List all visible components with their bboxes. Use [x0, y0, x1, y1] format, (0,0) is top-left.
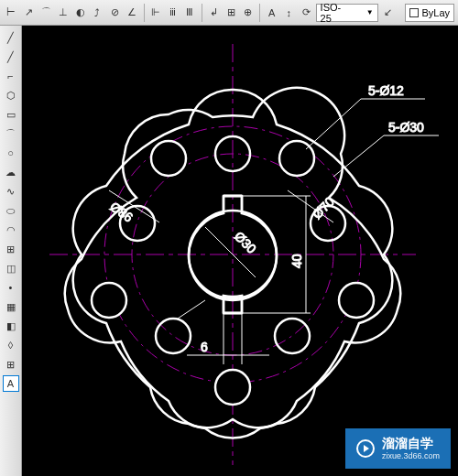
watermark-sub: zixue.3d66.com — [382, 451, 440, 461]
layer-color-dropdown[interactable]: ByLay — [405, 4, 455, 22]
color-swatch-icon — [409, 8, 419, 17]
watermark-main: 溜溜自学 — [382, 436, 440, 451]
xline-icon[interactable]: ╱ — [3, 49, 19, 65]
arc-icon[interactable]: ⌒ — [3, 125, 19, 142]
tolerance-icon[interactable]: ⊞ — [224, 5, 239, 21]
insert-icon[interactable]: ⊞ — [3, 241, 19, 257]
mtext-icon[interactable]: A — [3, 375, 19, 392]
chevron-down-icon: ▼ — [366, 8, 374, 16]
svg-point-19 — [339, 283, 374, 318]
dimensions: 5-Ø12 5-Ø30 Ø70 Ø86 Ø30 40 6 — [107, 83, 439, 364]
center-mark-icon[interactable]: ⊕ — [240, 5, 256, 21]
svg-point-20 — [215, 370, 250, 405]
svg-point-18 — [92, 283, 126, 318]
dim-aligned-icon[interactable]: ↗ — [21, 5, 37, 21]
dim-d86: Ø86 — [107, 199, 136, 224]
dim-arc-icon[interactable]: ⌒ — [38, 5, 54, 21]
dim-d30: Ø30 — [232, 229, 259, 256]
dim-5d30: 5-Ø30 — [388, 120, 424, 135]
dim-style-dropdown[interactable]: ISO-25 ▼ — [316, 4, 378, 22]
dim-linear-icon[interactable]: ⊢ — [4, 5, 19, 21]
rectangle-icon[interactable]: ▭ — [3, 106, 19, 123]
drawing-canvas[interactable]: 5-Ø12 5-Ø30 Ø70 Ø86 Ø30 40 6 — [22, 26, 458, 476]
svg-point-14 — [156, 319, 191, 353]
baseline-icon[interactable]: ⅲ — [165, 5, 180, 21]
leader-icon[interactable]: ↲ — [206, 5, 222, 21]
dim-6: 6 — [201, 340, 208, 354]
dim-style-icon[interactable]: ↙ — [380, 5, 396, 21]
dim-angular-icon[interactable]: ∠ — [125, 5, 140, 21]
revcloud-icon[interactable]: ☁ — [3, 164, 19, 180]
dim-d70: Ø70 — [310, 194, 337, 222]
polygon-icon[interactable]: ⬡ — [3, 87, 19, 103]
dim-edit-icon[interactable]: A — [264, 5, 279, 21]
dim-update-icon[interactable]: ⟳ — [299, 5, 314, 21]
dim-diameter-icon[interactable]: ⊘ — [107, 5, 123, 21]
svg-point-16 — [151, 141, 186, 176]
circle-icon[interactable]: ○ — [3, 145, 19, 161]
dim-tedit-icon[interactable]: ↕ — [281, 5, 297, 21]
cad-drawing: 5-Ø12 5-Ø30 Ø70 Ø86 Ø30 40 6 — [22, 26, 458, 476]
play-icon — [356, 439, 375, 458]
dim-5d12: 5-Ø12 — [368, 83, 404, 98]
dim-radius-icon[interactable]: ◐ — [72, 5, 88, 21]
region-icon[interactable]: ◊ — [3, 337, 19, 353]
line-icon[interactable]: ╱ — [3, 29, 19, 46]
ellipse-icon[interactable]: ⬭ — [3, 202, 19, 219]
table-icon[interactable]: ⊞ — [3, 356, 19, 373]
svg-line-26 — [178, 300, 205, 319]
top-toolbar: ⊢ ↗ ⌒ ⊥ ◐ ⤴ ⊘ ∠ ⊩ ⅲ Ⅲ ↲ ⊞ ⊕ A ↕ ⟳ ISO-25… — [0, 0, 458, 26]
dim-40: 40 — [289, 254, 304, 268]
watermark: 溜溜自学 zixue.3d66.com — [345, 428, 451, 469]
separator — [202, 4, 202, 22]
dim-ordinate-icon[interactable]: ⊥ — [55, 5, 71, 21]
dim-style-value: ISO-25 — [321, 2, 348, 24]
gradient-icon[interactable]: ◧ — [3, 318, 19, 334]
continue-icon[interactable]: Ⅲ — [182, 5, 198, 21]
block-icon[interactable]: ◫ — [3, 260, 19, 276]
left-toolbar: ╱ ╱ ⌐ ⬡ ▭ ⌒ ○ ☁ ∿ ⬭ ◠ ⊞ ◫ • ▦ ◧ ◊ ⊞ A — [0, 26, 22, 476]
spline-icon[interactable]: ∿ — [3, 183, 19, 200]
point-icon[interactable]: • — [3, 279, 19, 296]
separator — [144, 4, 145, 22]
polyline-icon[interactable]: ⌐ — [3, 68, 19, 84]
dim-jog-icon[interactable]: ⤴ — [90, 5, 105, 21]
ellipse-arc-icon[interactable]: ◠ — [3, 222, 19, 238]
separator — [259, 4, 260, 22]
quick-dim-icon[interactable]: ⊩ — [147, 5, 163, 21]
svg-point-13 — [275, 319, 310, 353]
hatch-icon[interactable]: ▦ — [3, 298, 19, 315]
layer-label: ByLay — [422, 7, 451, 18]
